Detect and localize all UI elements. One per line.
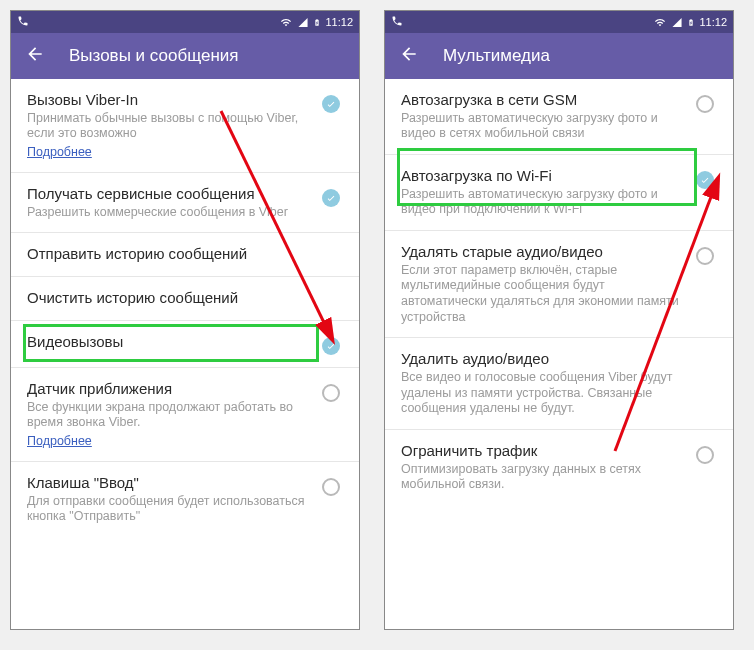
status-bar: 11:12 — [11, 11, 359, 33]
item-enter-key[interactable]: Клавиша "Ввод" Для отправки сообщения бу… — [11, 462, 359, 537]
status-bar: 11:12 — [385, 11, 733, 33]
viber-icon — [391, 15, 403, 29]
item-title: Очистить историю сообщений — [27, 289, 343, 308]
clock-text: 11:12 — [699, 16, 727, 28]
item-title: Удалить аудио/видео — [401, 350, 717, 369]
radio-unchecked[interactable] — [322, 478, 340, 496]
phone-left: 11:12 Вызовы и сообщения Вызовы Viber-In… — [10, 10, 360, 630]
item-proximity[interactable]: Датчик приближения Все функции экрана пр… — [11, 368, 359, 462]
more-link[interactable]: Подробнее — [27, 434, 92, 448]
item-title: Получать сервисные сообщения — [27, 185, 309, 204]
wifi-icon — [279, 17, 293, 28]
checkbox-checked[interactable] — [322, 337, 340, 355]
viber-icon — [17, 15, 29, 29]
phone-right: 11:12 Мультимедиа Автозагрузка в сети GS… — [384, 10, 734, 630]
radio-unchecked[interactable] — [696, 95, 714, 113]
item-subtitle: Все видео и голосовые сообщения Viber бу… — [401, 370, 717, 417]
page-title: Вызовы и сообщения — [69, 46, 239, 66]
item-title: Клавиша "Ввод" — [27, 474, 309, 493]
checkbox-checked[interactable] — [322, 189, 340, 207]
checkbox-checked[interactable] — [322, 95, 340, 113]
item-wifi-autoload[interactable]: Автозагрузка по Wi-Fi Разрешить автомати… — [385, 155, 733, 231]
item-title: Автозагрузка в сети GSM — [401, 91, 683, 110]
item-gsm-autoload[interactable]: Автозагрузка в сети GSM Разрешить автома… — [385, 79, 733, 155]
radio-unchecked[interactable] — [696, 247, 714, 265]
battery-icon — [313, 16, 321, 29]
item-title: Ограничить трафик — [401, 442, 683, 461]
settings-list: Автозагрузка в сети GSM Разрешить автома… — [385, 79, 733, 505]
item-title: Вызовы Viber-In — [27, 91, 309, 110]
item-subtitle: Для отправки сообщения будет использоват… — [27, 494, 309, 525]
app-bar: Вызовы и сообщения — [11, 33, 359, 79]
item-title: Датчик приближения — [27, 380, 309, 399]
radio-unchecked[interactable] — [696, 446, 714, 464]
item-subtitle: Разрешить автоматическую загрузку фото и… — [401, 111, 683, 142]
wifi-icon — [653, 17, 667, 28]
signal-icon — [297, 17, 309, 28]
checkbox-checked[interactable] — [696, 171, 714, 189]
item-clear-history[interactable]: Очистить историю сообщений — [11, 277, 359, 321]
item-title: Автозагрузка по Wi-Fi — [401, 167, 683, 186]
item-send-history[interactable]: Отправить историю сообщений — [11, 233, 359, 277]
item-title: Видеовызовы — [27, 333, 309, 352]
back-icon[interactable] — [399, 44, 419, 68]
item-title: Отправить историю сообщений — [27, 245, 343, 264]
item-video-calls[interactable]: Видеовызовы — [11, 321, 359, 368]
page-title: Мультимедиа — [443, 46, 550, 66]
item-subtitle: Все функции экрана продолжают работать в… — [27, 400, 309, 431]
item-subtitle: Принимать обычные вызовы с помощью Viber… — [27, 111, 309, 142]
item-title: Удалять старые аудио/видео — [401, 243, 683, 262]
back-icon[interactable] — [25, 44, 45, 68]
item-subtitle: Оптимизировать загрузку данных в сетях м… — [401, 462, 683, 493]
battery-icon — [687, 16, 695, 29]
item-subtitle: Разрешить автоматическую загрузку фото и… — [401, 187, 683, 218]
item-limit-traffic[interactable]: Ограничить трафик Оптимизировать загрузк… — [385, 430, 733, 505]
item-subtitle: Если этот параметр включён, старые мульт… — [401, 263, 683, 326]
app-bar: Мультимедиа — [385, 33, 733, 79]
signal-icon — [671, 17, 683, 28]
item-delete-media[interactable]: Удалить аудио/видео Все видео и голосовы… — [385, 338, 733, 430]
item-service-messages[interactable]: Получать сервисные сообщения Разрешить к… — [11, 173, 359, 233]
settings-list: Вызовы Viber-In Принимать обычные вызовы… — [11, 79, 359, 537]
more-link[interactable]: Подробнее — [27, 145, 92, 159]
item-viber-in[interactable]: Вызовы Viber-In Принимать обычные вызовы… — [11, 79, 359, 173]
item-delete-old[interactable]: Удалять старые аудио/видео Если этот пар… — [385, 231, 733, 338]
radio-unchecked[interactable] — [322, 384, 340, 402]
item-subtitle: Разрешить коммерческие сообщения в Viber — [27, 205, 309, 221]
clock-text: 11:12 — [325, 16, 353, 28]
